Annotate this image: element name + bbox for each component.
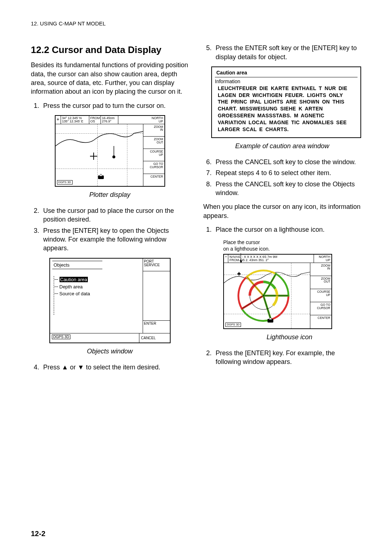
north-up-label: NORTH UP xyxy=(118,116,164,124)
page-number: 12-2 xyxy=(31,529,45,539)
dgps-badge-3: DGPS 3D xyxy=(225,323,241,327)
dgps-badge-2: DGPS 3D xyxy=(52,335,71,339)
step-8: Press the CANCEL soft key to close the O… xyxy=(213,180,361,198)
step-5: Press the ENTER soft key or the [ENTER] … xyxy=(213,44,361,61)
svg-point-0 xyxy=(112,155,115,158)
zoom-in-key[interactable]: ZOOM IN xyxy=(143,124,164,137)
svg-line-6 xyxy=(242,296,263,309)
lighthouse-note: Place the cursor on a lighthouse icon. xyxy=(223,239,332,252)
lighthouse-plotter-figure: Place the cursor on a lighthouse icon. +… xyxy=(223,239,332,329)
tree-item-source[interactable]: Source of data xyxy=(54,291,140,297)
zoom-out-key-2[interactable]: ZOOM OUT xyxy=(310,276,331,289)
down-triangle-icon: ▼ xyxy=(78,364,84,371)
lh-step-1: Place the cursor on a lighthouse icon. xyxy=(213,225,361,234)
cancel-key[interactable]: CANCEL xyxy=(139,333,170,343)
section-title: 12.2 Cursor and Data Display xyxy=(31,44,189,56)
cursor-plus-icon: + xyxy=(56,116,61,124)
intro-paragraph: Besides its fundamental functions of pro… xyxy=(31,61,189,96)
plotter-from-os: FROM OS xyxy=(89,116,101,124)
dgps-badge: DGPS 3D xyxy=(57,180,73,185)
goto-cursor-key-2[interactable]: GO TO CURSOR xyxy=(310,302,331,315)
goto-cursor-key[interactable]: GO TO CURSOR xyxy=(143,161,164,174)
boat-icon xyxy=(97,173,105,181)
svg-line-8 xyxy=(264,274,276,296)
step-7: Repeat steps 4 to 6 to select other item… xyxy=(213,169,361,177)
boat-icon-2 xyxy=(267,317,274,325)
center-key[interactable]: CENTER xyxy=(143,174,164,186)
step-3: Press the [ENTER] key to open the Object… xyxy=(41,226,189,253)
port-service-key[interactable]: PORT SERVICE xyxy=(143,259,170,271)
plotter-display-caption: Plotter display xyxy=(31,190,189,199)
course-up-key-2[interactable]: COURSE UP xyxy=(310,289,331,302)
step-1: Press the cursor pad to turn the cursor … xyxy=(41,101,189,110)
lh-step-2: Press the [ENTER] key. For example, the … xyxy=(213,349,361,366)
zoom-out-key[interactable]: ZOOM OUT xyxy=(143,137,164,149)
step-2: Use the cursor pad to place the cursor o… xyxy=(41,206,189,224)
plotter-display-figure: + 34° 12.345' N 135° 12.345' E FROM OS 1… xyxy=(55,115,165,187)
center-key-2[interactable]: CENTER xyxy=(310,315,331,328)
svg-marker-9 xyxy=(237,272,241,276)
caution-window-caption: Example of caution area window xyxy=(203,142,361,150)
plotter-lon: 135° 12.345' E xyxy=(62,119,83,123)
caution-subtitle: Information xyxy=(215,78,358,85)
cursor-plus-icon-2: + xyxy=(224,255,228,263)
enter-key[interactable]: ENTER xyxy=(143,320,170,333)
objects-window-caption: Objects window xyxy=(31,347,189,356)
course-up-key[interactable]: COURSE UP xyxy=(143,149,164,161)
cursor-icon xyxy=(90,153,97,160)
icon-info-paragraph: When you place the cursor on any icon, i… xyxy=(203,202,361,220)
tree-item-caution[interactable]: Caution area xyxy=(54,276,140,283)
lighthouse-caption: Lighthouse icon xyxy=(218,333,361,341)
left-column: 12.2 Cursor and Data Display Besides its… xyxy=(31,44,189,377)
plotter-bearing: 276.9° xyxy=(102,119,111,123)
step-6: Press the CANCEL soft key to close the w… xyxy=(213,158,361,166)
caution-message: LEUCHTFEUER DIE KARTE ENTHAEL T NUR DIE … xyxy=(215,85,358,133)
up-triangle-icon: ▲ xyxy=(62,364,68,371)
objects-window-figure: Objects Caution area Depth area Source o… xyxy=(49,258,171,344)
step-4: Press ▲ or ▼ to select the item desired. xyxy=(41,363,189,372)
tree-item-depth[interactable]: Depth area xyxy=(54,284,140,290)
from-os-line: FROM OS 2. 43nm 351. 2° xyxy=(229,258,269,262)
objects-title: Objects xyxy=(52,261,102,270)
leader-arrow-icon xyxy=(241,253,241,263)
plotter-softkeys: ZOOM IN ZOOM OUT COURSE UP GO TO CURSOR … xyxy=(143,124,164,186)
right-column: Press the ENTER soft key or the [ENTER] … xyxy=(203,44,361,377)
running-head: 12. USING C-MAP NT MODEL xyxy=(31,20,361,27)
caution-area-window: Caution area Information LEUCHTFEUER DIE… xyxy=(211,66,361,138)
north-up-label-2: NORTH UP xyxy=(314,255,331,263)
caution-title: Caution area xyxy=(215,69,358,77)
zoom-in-key-2[interactable]: ZOOM IN xyxy=(310,263,331,276)
